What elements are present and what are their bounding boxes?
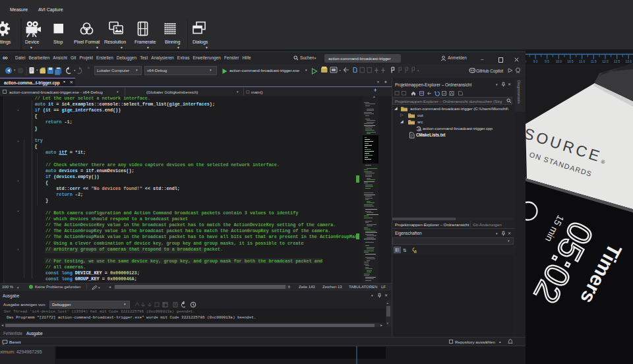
svg-text:⇅: ⇅ xyxy=(403,248,407,253)
svg-text:13.0: 13.0 xyxy=(626,60,632,63)
svg-text:12.0: 12.0 xyxy=(602,60,609,63)
svg-text:12.5: 12.5 xyxy=(614,60,620,63)
svg-text:10.5: 10.5 xyxy=(567,60,574,63)
svg-text:10.0: 10.0 xyxy=(556,60,562,63)
svg-text:11.0: 11.0 xyxy=(579,60,585,63)
svg-text:9.5: 9.5 xyxy=(545,60,549,63)
svg-text:9.0: 9.0 xyxy=(533,60,538,63)
svg-text:11.5: 11.5 xyxy=(591,60,597,63)
